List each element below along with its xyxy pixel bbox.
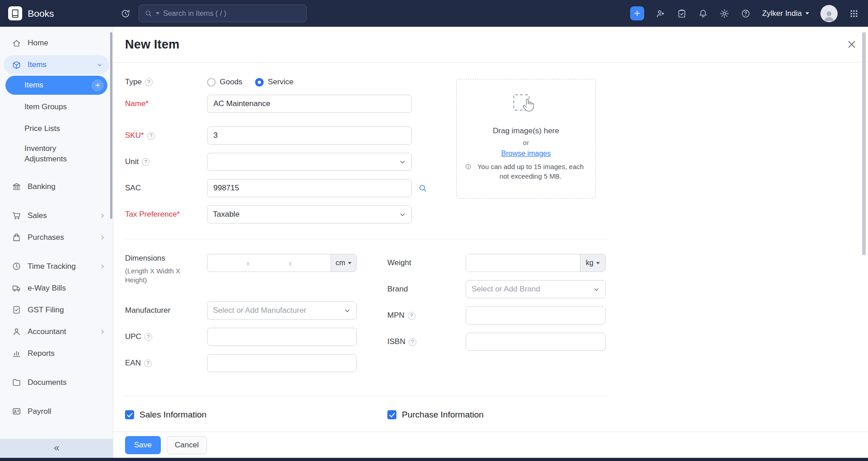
image-upload-dropzone[interactable]: Drag image(s) here or Browse images You … <box>456 79 596 199</box>
zoho-books-logo-icon <box>8 6 22 20</box>
sku-input[interactable] <box>207 126 412 145</box>
chevron-down-icon <box>344 307 351 314</box>
close-icon[interactable] <box>846 39 857 50</box>
sidebar-subitem-inventory-adjustments[interactable]: Inventory Adjustments <box>0 140 113 169</box>
search-scope-caret-icon[interactable] <box>156 12 159 15</box>
sidebar-item-banking[interactable]: Banking <box>0 176 113 198</box>
sidebar-subitem-items[interactable]: Items <box>5 76 107 95</box>
sidebar-scrollbar[interactable] <box>110 32 112 219</box>
bar-chart-icon <box>12 349 21 358</box>
recent-history-icon[interactable] <box>121 9 130 19</box>
isbn-label: ISBN ? <box>387 337 466 346</box>
ean-row: EAN ? <box>125 354 357 372</box>
weight-input[interactable] <box>466 254 580 272</box>
name-label: Name* <box>125 99 207 108</box>
checkbox-checked-icon <box>125 410 134 419</box>
help-icon[interactable]: ? <box>408 312 415 320</box>
global-search[interactable] <box>139 5 307 22</box>
upload-drag-text: Drag image(s) here <box>457 126 595 136</box>
main-scrollbar[interactable] <box>862 32 866 255</box>
apps-grid-icon[interactable] <box>849 9 859 19</box>
user-avatar[interactable] <box>820 5 838 22</box>
sidebar-item-eway-bills[interactable]: e-Way Bills <box>0 277 113 299</box>
dimension-unit-dropdown[interactable]: cm <box>331 254 356 272</box>
brand-select[interactable]: Select or Add Brand <box>466 280 606 298</box>
brand[interactable]: Books <box>0 6 113 20</box>
page-title: New Item <box>125 38 179 52</box>
browse-images-link[interactable]: Browse images <box>501 150 550 158</box>
settings-gear-icon[interactable] <box>719 9 729 19</box>
sidebar-item-label: Time Tracking <box>28 262 76 271</box>
sidebar: Home Items Items Item Groups Price Lists… <box>0 27 113 458</box>
sidebar-item-sales[interactable]: Sales <box>0 205 113 227</box>
type-radio-group: Goods Service <box>207 78 294 87</box>
sidebar-item-documents[interactable]: Documents <box>0 372 113 393</box>
cart-icon <box>12 211 21 220</box>
quick-create-plus-button[interactable] <box>630 6 644 20</box>
brand-row: Brand Select or Add Brand <box>387 280 606 298</box>
org-switcher[interactable]: Zylker India <box>762 9 809 18</box>
sidebar-item-accountant[interactable]: Accountant <box>0 321 113 343</box>
isbn-row: ISBN ? <box>387 333 606 351</box>
chevron-down-icon <box>593 286 600 293</box>
sidebar-item-home[interactable]: Home <box>0 32 113 54</box>
help-icon[interactable]: ? <box>145 78 153 86</box>
refer-users-icon[interactable] <box>656 9 665 19</box>
search-input[interactable] <box>163 10 301 18</box>
purchase-information-checkbox[interactable]: Purchase Information <box>387 410 484 420</box>
help-icon[interactable]: ? <box>145 333 152 341</box>
sidebar-item-gst-filing[interactable]: GST Filing <box>0 299 113 321</box>
manufacturer-select[interactable]: Select or Add Manufacturer <box>207 301 357 320</box>
notifications-bell-icon[interactable] <box>698 9 708 19</box>
sidebar-subitem-label: Price Lists <box>24 124 60 133</box>
sidebar-item-items[interactable]: Items <box>4 55 109 74</box>
upc-input[interactable] <box>207 328 357 346</box>
help-icon[interactable] <box>741 9 751 19</box>
caret-down-icon <box>596 262 600 264</box>
sales-information-label: Sales Information <box>140 410 207 420</box>
save-button[interactable]: Save <box>125 436 161 454</box>
subscription-clipboard-icon[interactable] <box>677 9 687 19</box>
chevron-down-icon <box>805 12 809 15</box>
dimension-length-input[interactable] <box>207 259 246 267</box>
sidebar-item-purchases[interactable]: Purchases <box>0 227 113 248</box>
sidebar-item-label: Accountant <box>28 327 66 336</box>
isbn-input[interactable] <box>466 333 606 351</box>
sales-information-checkbox[interactable]: Sales Information <box>125 410 387 420</box>
sidebar-subitem-item-groups[interactable]: Item Groups <box>0 96 113 118</box>
sac-input[interactable] <box>207 179 412 197</box>
weight-unit-dropdown[interactable]: kg <box>580 254 605 272</box>
sidebar-subitem-label: Inventory Adjustments <box>24 144 86 165</box>
mpn-input[interactable] <box>466 306 606 325</box>
help-icon[interactable]: ? <box>142 158 149 166</box>
dimension-width-input[interactable] <box>250 259 289 267</box>
name-input[interactable] <box>207 95 412 113</box>
sac-lookup-search-icon[interactable] <box>418 184 427 193</box>
type-goods-radio[interactable]: Goods <box>207 78 242 87</box>
ean-input[interactable] <box>207 354 357 372</box>
dimension-height-input[interactable] <box>292 259 331 267</box>
sidebar-subitem-price-lists[interactable]: Price Lists <box>0 118 113 140</box>
sidebar-item-label: Items <box>28 60 47 69</box>
cancel-button[interactable]: Cancel <box>167 436 207 454</box>
type-service-radio[interactable]: Service <box>255 78 294 87</box>
help-icon[interactable]: ? <box>409 338 416 346</box>
weight-label: Weight <box>387 258 466 267</box>
tax-preference-select[interactable]: Taxable <box>207 205 412 223</box>
sidebar-item-payroll[interactable]: Payroll <box>0 401 113 422</box>
sidebar-item-reports[interactable]: Reports <box>0 343 113 364</box>
sidebar-collapse-button[interactable] <box>0 439 113 458</box>
help-icon[interactable]: ? <box>144 359 152 367</box>
window-bottom-edge <box>0 458 868 461</box>
sidebar-item-time-tracking[interactable]: Time Tracking <box>0 256 113 277</box>
sidebar-item-label: Banking <box>28 182 55 191</box>
tax-preference-value: Taxable <box>213 210 240 219</box>
chevron-right-icon <box>99 263 106 270</box>
help-icon[interactable]: ? <box>147 132 155 140</box>
unit-select[interactable] <box>207 153 412 171</box>
add-item-plus-icon[interactable] <box>92 79 104 92</box>
sidebar-item-label: Documents <box>28 378 67 387</box>
chevron-down-icon <box>399 211 406 218</box>
weight-row: Weight kg <box>387 254 606 272</box>
sidebar-subitem-label: Item Groups <box>24 102 67 112</box>
